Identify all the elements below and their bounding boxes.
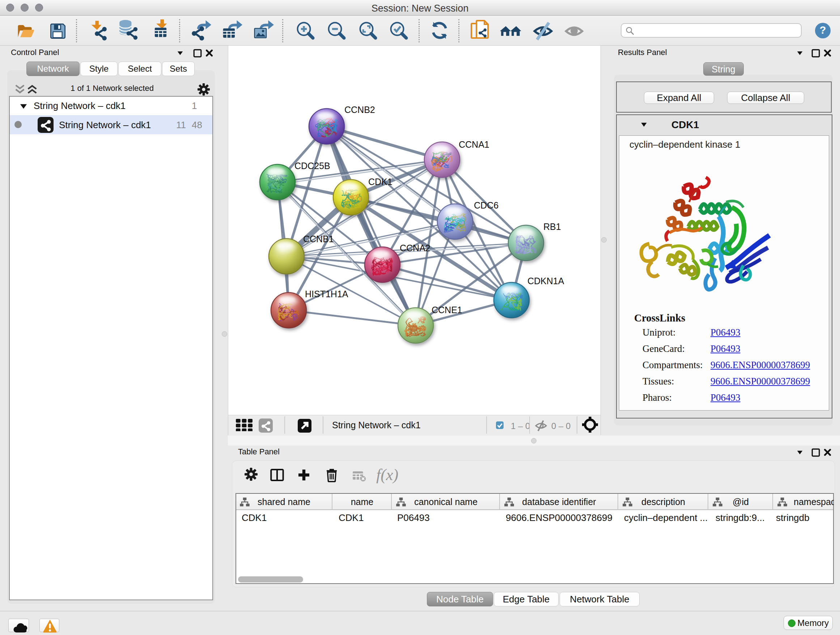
svg-text:CDKN1A: CDKN1A: [527, 276, 564, 286]
svg-text:RB1: RB1: [543, 222, 561, 232]
svg-text:HIST1H1A: HIST1H1A: [305, 289, 348, 299]
svg-text:CDC6: CDC6: [474, 200, 499, 211]
svg-text:CCNA2: CCNA2: [400, 243, 431, 253]
svg-text:CCNB1: CCNB1: [303, 234, 334, 244]
svg-text:CCNB2: CCNB2: [344, 105, 375, 115]
svg-text:CDC25B: CDC25B: [294, 161, 330, 171]
svg-text:?: ?: [820, 24, 826, 36]
svg-text:CDK1: CDK1: [368, 177, 393, 187]
svg-text:CCNA1: CCNA1: [459, 139, 489, 149]
svg-text:CCNE1: CCNE1: [431, 305, 462, 315]
